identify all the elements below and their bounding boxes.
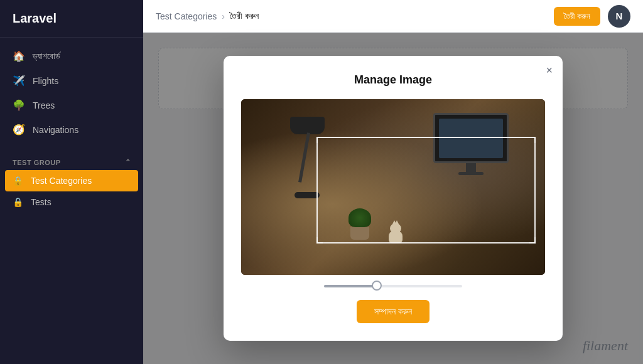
create-button[interactable]: তৈরী করুন <box>554 7 600 26</box>
monitor-foot <box>458 172 484 175</box>
avatar: N <box>608 5 630 28</box>
monitor-stand <box>466 163 476 172</box>
crop-corner-br <box>529 237 536 244</box>
home-icon: 🏠 <box>13 50 25 62</box>
zoom-slider-track <box>324 285 462 287</box>
crop-corner-tr <box>529 137 536 143</box>
modal-image-bg <box>241 99 545 275</box>
lock-icon: 🔒 <box>13 197 23 207</box>
modal-footer: সম্পাদন করুন <box>241 300 545 323</box>
sidebar-item-navigations[interactable]: 🧭 Navigations <box>0 117 143 142</box>
plant-decoration <box>347 208 372 240</box>
sidebar-item-label: Test Categories <box>31 176 92 186</box>
cat-body <box>389 231 403 244</box>
sidebar-item-flights[interactable]: ✈️ Flights <box>0 68 143 93</box>
sidebar-item-label: Navigations <box>33 125 78 135</box>
lamp-decoration <box>287 117 331 198</box>
modal-close-button[interactable]: × <box>546 65 553 76</box>
topbar-right: তৈরী করুন N <box>554 5 630 28</box>
chevron-up-icon: ⌃ <box>125 158 131 166</box>
cat-decoration <box>387 223 404 244</box>
monitor-decoration <box>433 113 509 175</box>
sidebar-item-trees[interactable]: 🌳 Trees <box>0 93 143 117</box>
sidebar-item-label: Tests <box>31 197 51 207</box>
main-content: Test Categories › তৈরী করুন তৈরী করুন N … <box>143 0 643 364</box>
trees-icon: 🌳 <box>13 99 25 111</box>
modal-overlay: × Manage Image <box>143 33 643 364</box>
crop-corner-bl <box>316 237 323 244</box>
sidebar: Laravel 🏠 ড্যাশবোর্ড ✈️ Flights 🌳 Trees … <box>0 0 143 364</box>
monitor-screen <box>433 113 509 163</box>
breadcrumb-separator: › <box>222 11 225 21</box>
lamp-arm <box>298 132 310 183</box>
modal-image-container <box>241 99 545 275</box>
lamp-base <box>294 192 320 198</box>
sidebar-item-test-categories[interactable]: 🔒 Test Categories <box>5 170 138 191</box>
cat-ear-right <box>394 220 399 225</box>
modal-dialog: × Manage Image <box>224 56 563 341</box>
monitor-screen-inner <box>439 119 504 158</box>
sidebar-nav: 🏠 ড্যাশবোর্ড ✈️ Flights 🌳 Trees 🧭 Naviga… <box>0 38 143 148</box>
breadcrumb-item-categories: Test Categories <box>156 11 217 21</box>
lock-icon: 🔒 <box>13 176 23 186</box>
plant-leaves <box>349 208 371 227</box>
navigations-icon: 🧭 <box>13 124 25 136</box>
flights-icon: ✈️ <box>13 75 25 87</box>
topbar: Test Categories › তৈরী করুন তৈরী করুন N <box>143 0 643 33</box>
sidebar-item-label: Trees <box>33 100 55 110</box>
zoom-slider-container <box>241 285 545 287</box>
app-logo: Laravel <box>0 0 143 38</box>
modal-title: Manage Image <box>241 73 545 87</box>
sidebar-group-label: TEST GROUP ⌃ <box>0 152 143 170</box>
sidebar-item-dashboard[interactable]: 🏠 ড্যাশবোর্ড <box>0 44 143 68</box>
sidebar-item-label: Flights <box>33 76 58 86</box>
page-content: Drop your files or Browse filament × Man… <box>143 33 643 364</box>
zoom-slider-fill <box>324 285 377 287</box>
save-button[interactable]: সম্পাদন করুন <box>357 300 430 323</box>
sidebar-item-tests[interactable]: 🔒 Tests <box>0 191 143 213</box>
breadcrumb: Test Categories › তৈরী করুন <box>156 11 259 21</box>
sidebar-item-label: ড্যাশবোর্ড <box>33 51 60 62</box>
breadcrumb-item-create: তৈরী করুন <box>230 11 259 21</box>
lamp-head <box>290 117 325 134</box>
plant-pot <box>350 227 369 240</box>
zoom-slider-thumb[interactable] <box>372 281 382 291</box>
